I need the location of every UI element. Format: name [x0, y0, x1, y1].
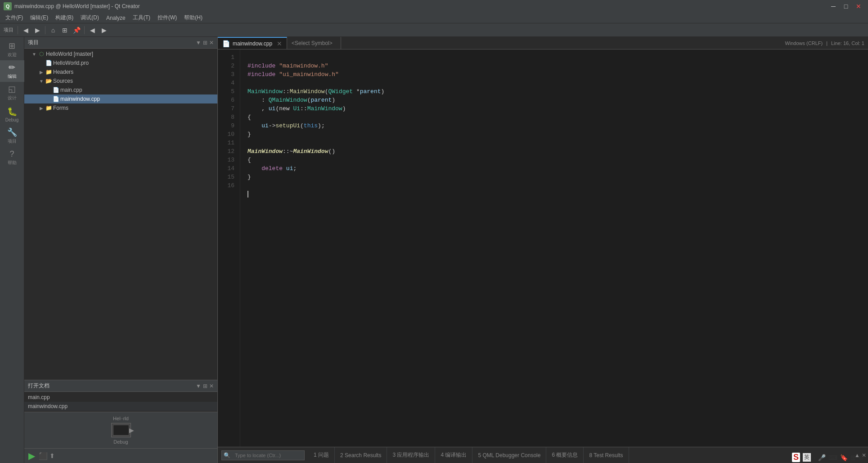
ime-bookmark[interactable]: 🔖: [840, 454, 848, 461]
open-docs-dock-btn[interactable]: ⊞: [203, 383, 207, 389]
tree-arrow-mainwindow-cpp: [46, 96, 51, 102]
menu-help[interactable]: 帮助(H): [180, 13, 206, 22]
project-panel-dock-btn[interactable]: ⊞: [203, 40, 207, 46]
device-expand-arrow[interactable]: ▶: [129, 427, 134, 434]
window-title: mainwindow.cpp @ HelloWorld [master] - Q…: [14, 3, 140, 9]
search-icon: 🔍: [222, 452, 232, 459]
tree-item-headers[interactable]: ▶ 📁 Headers: [24, 67, 217, 76]
open-docs-controls: ▼ ⊞ ✕: [196, 383, 214, 389]
open-doc-mainwindow-cpp[interactable]: mainwindow.cpp: [24, 402, 217, 411]
close-button[interactable]: ✕: [853, 1, 864, 11]
bottom-tab-problems[interactable]: 1 问题: [308, 447, 335, 463]
open-docs-header: 打开文档 ▼ ⊞ ✕: [24, 380, 217, 392]
position-label: Line: 16, Col: 1: [831, 40, 864, 46]
tree-icon-forms: 📁: [45, 104, 52, 112]
sidebar-item-design[interactable]: ◱ 设计: [0, 82, 24, 103]
toolbar: 项目 ◀ ▶ ⌂ ⊞ 📌 ◀ ▶: [0, 23, 868, 37]
tree-icon-headers: 📁: [45, 68, 52, 76]
ime-lang[interactable]: 英: [803, 453, 811, 462]
open-docs-list: main.cpp mainwindow.cpp: [24, 392, 217, 412]
tree-item-forms[interactable]: ▶ 📁 Forms: [24, 103, 217, 112]
tree-text-headers: Headers: [53, 69, 73, 75]
locate-input[interactable]: [232, 453, 304, 458]
toolbar-forward-btn[interactable]: ▶: [32, 25, 43, 36]
editor-tab-symbol[interactable]: <Select Symbol>: [287, 37, 341, 49]
project-panel-config-btn[interactable]: ▼: [196, 40, 201, 46]
sidebar-item-debug[interactable]: 🐛 Debug: [0, 103, 24, 125]
sidebar-icons: ⊞ 欢迎 ✏ 编辑 ◱ 设计 🐛 Debug 🔧 项目 ? 帮助: [0, 37, 24, 463]
ime-settings[interactable]: ⚙: [859, 454, 864, 461]
open-docs-config-btn[interactable]: ▼: [196, 383, 201, 389]
device-screen-inner: [113, 425, 129, 436]
bottom-tab-search[interactable]: 2 Search Results: [335, 447, 387, 463]
bottom-tab-summary[interactable]: 6 概要信息: [546, 447, 584, 463]
titlebar-controls: ─ □ ✕: [828, 1, 864, 11]
tree-arrow-pro: [39, 60, 44, 66]
project-panel: 项目 ▼ ⊞ ✕ ▼ ⬡ HelloWorld [master] 📄 Hello…: [24, 37, 218, 463]
toolbar-next-btn[interactable]: ▶: [99, 25, 109, 36]
debug-device-panel: Hel··rld ▶ Debug: [24, 412, 217, 448]
tree-item-mainwindow-cpp[interactable]: 📄 mainwindow.cpp: [24, 94, 217, 103]
project-tree: ▼ ⬡ HelloWorld [master] 📄 HelloWorld.pro…: [24, 49, 217, 380]
tab-mainwindow-label: mainwindow.cpp: [233, 40, 272, 47]
menu-edit[interactable]: 编辑(E): [27, 13, 52, 22]
run-button[interactable]: ▶: [26, 450, 37, 461]
debug-label: Debug: [5, 117, 18, 122]
app-icon: Q: [4, 2, 12, 10]
debug-label: Debug: [113, 439, 128, 445]
bottom-tab-qml[interactable]: 5 QML Debugger Console: [472, 447, 546, 463]
toolbar-home-btn[interactable]: ⌂: [48, 25, 58, 36]
debug-device-label: Hel··rld: [113, 416, 129, 421]
sidebar-item-welcome[interactable]: ⊞ 欢迎: [0, 39, 24, 60]
edit-icon: ✏: [9, 63, 15, 72]
project-label: 项目: [8, 138, 17, 144]
tree-item-pro[interactable]: 📄 HelloWorld.pro: [24, 58, 217, 67]
welcome-icon: ⊞: [9, 41, 15, 51]
menu-file[interactable]: 文件(F): [2, 13, 27, 22]
ime-dot1: ·: [814, 454, 815, 461]
sidebar-item-edit[interactable]: ✏ 编辑: [0, 60, 24, 82]
minimize-button[interactable]: ─: [828, 1, 839, 11]
project-panel-title: 项目: [28, 39, 39, 46]
code-editor[interactable]: #include "mainwindow.h" #include "ui_mai…: [240, 49, 868, 447]
tree-arrow-headers: ▶: [39, 69, 44, 75]
tab-spacer: [341, 37, 781, 49]
menu-tools[interactable]: 工具(T): [129, 13, 154, 22]
menu-debug[interactable]: 调试(D): [77, 13, 103, 22]
toolbar-prev-btn[interactable]: ◀: [87, 25, 98, 36]
bottom-tab-test[interactable]: 8 Test Results: [584, 447, 629, 463]
bottom-panel: 🔍 1 问题 2 Search Results 3 应用程序输出 4 编译输出 …: [218, 447, 868, 463]
toolbar-back-btn[interactable]: ◀: [20, 25, 31, 36]
project-panel-controls: ▼ ⊞ ✕: [196, 40, 214, 46]
stop-button[interactable]: ⬛: [39, 450, 48, 461]
project-panel-close-btn[interactable]: ✕: [209, 40, 214, 46]
maximize-button[interactable]: □: [840, 1, 852, 11]
sidebar-item-project[interactable]: 🔧 项目: [0, 125, 24, 147]
step-button[interactable]: ⬆: [49, 450, 55, 461]
tree-item-main-cpp[interactable]: 📄 main.cpp: [24, 85, 217, 94]
ime-keyboard[interactable]: ⌨: [828, 454, 837, 461]
tree-arrow-forms: ▶: [39, 105, 44, 111]
run-controls: ▶ ⬛ ⬆: [24, 448, 217, 463]
help-label: 帮助: [8, 160, 17, 166]
sidebar-item-help[interactable]: ? 帮助: [0, 147, 24, 168]
ime-grid[interactable]: ⊞: [850, 454, 856, 461]
tree-item-sources[interactable]: ▼ 📂 Sources: [24, 76, 217, 85]
tree-arrow-sources: ▼: [39, 78, 44, 84]
toolbar-separator-3: [84, 26, 85, 34]
bottom-tab-compile[interactable]: 4 编译输出: [435, 447, 472, 463]
editor-tab-mainwindow[interactable]: 📄 mainwindow.cpp ✕: [218, 37, 287, 49]
menu-build[interactable]: 构建(B): [52, 13, 77, 22]
tree-item-helloworld[interactable]: ▼ ⬡ HelloWorld [master]: [24, 49, 217, 58]
menubar: 文件(F) 编辑(E) 构建(B) 调试(D) Analyze 工具(T) 控件…: [0, 13, 868, 23]
bottom-tab-appoutput[interactable]: 3 应用程序输出: [387, 447, 435, 463]
open-doc-main-cpp[interactable]: main.cpp: [24, 393, 217, 402]
menu-controls[interactable]: 控件(W): [154, 13, 180, 22]
tab-mainwindow-close[interactable]: ✕: [277, 40, 282, 47]
toolbar-options-btn[interactable]: ⊞: [59, 25, 70, 36]
project-panel-header: 项目 ▼ ⊞ ✕: [24, 37, 217, 49]
menu-analyze[interactable]: Analyze: [103, 14, 129, 22]
toolbar-pin-btn[interactable]: 📌: [71, 25, 82, 36]
ime-mic[interactable]: 🎤: [818, 454, 826, 461]
open-docs-close-btn[interactable]: ✕: [209, 383, 214, 389]
